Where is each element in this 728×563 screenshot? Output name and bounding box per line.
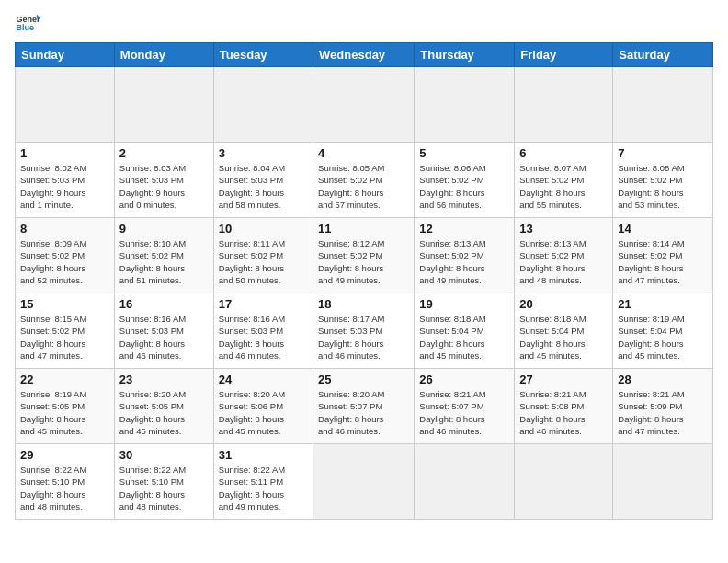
day-detail: Sunrise: 8:14 AM Sunset: 5:02 PM Dayligh…	[618, 237, 708, 286]
day-cell: 13Sunrise: 8:13 AM Sunset: 5:02 PM Dayli…	[515, 218, 613, 293]
day-number: 5	[419, 146, 509, 160]
day-cell	[313, 67, 415, 143]
day-detail: Sunrise: 8:07 AM Sunset: 5:02 PM Dayligh…	[519, 162, 608, 211]
page-header: General Blue	[15, 9, 713, 35]
day-detail: Sunrise: 8:06 AM Sunset: 5:02 PM Dayligh…	[419, 162, 509, 211]
day-cell: 2Sunrise: 8:03 AM Sunset: 5:03 PM Daylig…	[114, 143, 213, 218]
day-cell: 26Sunrise: 8:21 AM Sunset: 5:07 PM Dayli…	[415, 369, 515, 444]
day-cell: 3Sunrise: 8:04 AM Sunset: 5:03 PM Daylig…	[213, 143, 313, 218]
day-cell: 30Sunrise: 8:22 AM Sunset: 5:10 PM Dayli…	[114, 444, 213, 520]
week-row-3: 15Sunrise: 8:15 AM Sunset: 5:02 PM Dayli…	[16, 293, 713, 369]
day-number: 4	[318, 146, 409, 160]
col-header-monday: Monday	[114, 43, 213, 67]
day-detail: Sunrise: 8:16 AM Sunset: 5:03 PM Dayligh…	[219, 313, 308, 362]
day-number: 24	[219, 373, 308, 386]
day-number: 8	[20, 222, 109, 236]
calendar-table: SundayMondayTuesdayWednesdayThursdayFrid…	[15, 42, 713, 520]
day-cell	[515, 67, 613, 143]
day-cell	[313, 444, 415, 520]
day-cell: 25Sunrise: 8:20 AM Sunset: 5:07 PM Dayli…	[313, 369, 415, 444]
col-header-sunday: Sunday	[16, 43, 115, 67]
day-detail: Sunrise: 8:20 AM Sunset: 5:05 PM Dayligh…	[119, 388, 209, 437]
day-number: 30	[119, 448, 209, 462]
day-cell: 8Sunrise: 8:09 AM Sunset: 5:02 PM Daylig…	[16, 218, 115, 293]
day-detail: Sunrise: 8:20 AM Sunset: 5:07 PM Dayligh…	[318, 388, 409, 437]
col-header-thursday: Thursday	[415, 43, 515, 67]
day-detail: Sunrise: 8:13 AM Sunset: 5:02 PM Dayligh…	[419, 237, 509, 286]
day-cell: 22Sunrise: 8:19 AM Sunset: 5:05 PM Dayli…	[16, 369, 115, 444]
logo-icon: General Blue	[15, 9, 40, 35]
day-detail: Sunrise: 8:12 AM Sunset: 5:02 PM Dayligh…	[318, 237, 409, 286]
day-detail: Sunrise: 8:10 AM Sunset: 5:02 PM Dayligh…	[119, 237, 209, 286]
day-number: 25	[318, 373, 409, 386]
day-number: 9	[119, 222, 209, 236]
svg-text:Blue: Blue	[16, 23, 34, 32]
day-number: 23	[119, 373, 209, 386]
day-cell	[114, 67, 213, 143]
col-header-tuesday: Tuesday	[213, 43, 313, 67]
week-row-0	[16, 67, 713, 143]
day-number: 12	[419, 222, 509, 236]
day-detail: Sunrise: 8:08 AM Sunset: 5:02 PM Dayligh…	[618, 162, 708, 211]
day-cell: 11Sunrise: 8:12 AM Sunset: 5:02 PM Dayli…	[313, 218, 415, 293]
day-detail: Sunrise: 8:18 AM Sunset: 5:04 PM Dayligh…	[519, 313, 608, 362]
day-detail: Sunrise: 8:21 AM Sunset: 5:09 PM Dayligh…	[618, 388, 708, 437]
day-cell: 23Sunrise: 8:20 AM Sunset: 5:05 PM Dayli…	[114, 369, 213, 444]
day-detail: Sunrise: 8:02 AM Sunset: 5:03 PM Dayligh…	[20, 162, 109, 211]
day-cell: 9Sunrise: 8:10 AM Sunset: 5:02 PM Daylig…	[114, 218, 213, 293]
logo: General Blue	[15, 9, 44, 35]
day-cell	[515, 444, 613, 520]
day-detail: Sunrise: 8:09 AM Sunset: 5:02 PM Dayligh…	[20, 237, 109, 286]
day-number: 1	[20, 146, 109, 160]
day-cell	[16, 67, 115, 143]
day-detail: Sunrise: 8:19 AM Sunset: 5:04 PM Dayligh…	[618, 313, 708, 362]
day-number: 3	[219, 146, 308, 160]
day-detail: Sunrise: 8:13 AM Sunset: 5:02 PM Dayligh…	[519, 237, 608, 286]
week-row-4: 22Sunrise: 8:19 AM Sunset: 5:05 PM Dayli…	[16, 369, 713, 444]
day-number: 7	[618, 146, 708, 160]
day-detail: Sunrise: 8:22 AM Sunset: 5:10 PM Dayligh…	[119, 464, 209, 512]
day-detail: Sunrise: 8:15 AM Sunset: 5:02 PM Dayligh…	[20, 313, 109, 362]
day-number: 19	[419, 297, 509, 311]
day-detail: Sunrise: 8:20 AM Sunset: 5:06 PM Dayligh…	[219, 388, 308, 437]
day-detail: Sunrise: 8:21 AM Sunset: 5:07 PM Dayligh…	[419, 388, 509, 437]
day-cell	[415, 444, 515, 520]
day-number: 26	[419, 373, 509, 386]
day-detail: Sunrise: 8:22 AM Sunset: 5:11 PM Dayligh…	[219, 464, 308, 512]
day-cell: 24Sunrise: 8:20 AM Sunset: 5:06 PM Dayli…	[213, 369, 313, 444]
week-row-2: 8Sunrise: 8:09 AM Sunset: 5:02 PM Daylig…	[16, 218, 713, 293]
day-number: 16	[119, 297, 209, 311]
page-container: General Blue SundayMondayTuesdayWednesda…	[0, 0, 728, 529]
day-cell: 31Sunrise: 8:22 AM Sunset: 5:11 PM Dayli…	[213, 444, 313, 520]
day-number: 20	[519, 297, 608, 311]
day-cell: 6Sunrise: 8:07 AM Sunset: 5:02 PM Daylig…	[515, 143, 613, 218]
day-detail: Sunrise: 8:16 AM Sunset: 5:03 PM Dayligh…	[119, 313, 209, 362]
day-detail: Sunrise: 8:21 AM Sunset: 5:08 PM Dayligh…	[519, 388, 608, 437]
day-detail: Sunrise: 8:18 AM Sunset: 5:04 PM Dayligh…	[419, 313, 509, 362]
day-cell: 16Sunrise: 8:16 AM Sunset: 5:03 PM Dayli…	[114, 293, 213, 369]
day-cell: 29Sunrise: 8:22 AM Sunset: 5:10 PM Dayli…	[16, 444, 115, 520]
day-number: 18	[318, 297, 409, 311]
week-row-1: 1Sunrise: 8:02 AM Sunset: 5:03 PM Daylig…	[16, 143, 713, 218]
day-cell: 20Sunrise: 8:18 AM Sunset: 5:04 PM Dayli…	[515, 293, 613, 369]
day-cell: 7Sunrise: 8:08 AM Sunset: 5:02 PM Daylig…	[613, 143, 713, 218]
day-number: 17	[219, 297, 308, 311]
week-row-5: 29Sunrise: 8:22 AM Sunset: 5:10 PM Dayli…	[16, 444, 713, 520]
day-detail: Sunrise: 8:19 AM Sunset: 5:05 PM Dayligh…	[20, 388, 109, 437]
day-number: 10	[219, 222, 308, 236]
day-number: 27	[519, 373, 608, 386]
day-cell: 4Sunrise: 8:05 AM Sunset: 5:02 PM Daylig…	[313, 143, 415, 218]
day-number: 6	[519, 146, 608, 160]
day-cell: 5Sunrise: 8:06 AM Sunset: 5:02 PM Daylig…	[415, 143, 515, 218]
day-detail: Sunrise: 8:17 AM Sunset: 5:03 PM Dayligh…	[318, 313, 409, 362]
day-number: 22	[20, 373, 109, 386]
day-cell: 18Sunrise: 8:17 AM Sunset: 5:03 PM Dayli…	[313, 293, 415, 369]
day-cell: 14Sunrise: 8:14 AM Sunset: 5:02 PM Dayli…	[613, 218, 713, 293]
col-header-saturday: Saturday	[613, 43, 713, 67]
header-row: SundayMondayTuesdayWednesdayThursdayFrid…	[16, 43, 713, 67]
day-number: 13	[519, 222, 608, 236]
day-detail: Sunrise: 8:05 AM Sunset: 5:02 PM Dayligh…	[318, 162, 409, 211]
day-number: 2	[119, 146, 209, 160]
day-number: 15	[20, 297, 109, 311]
day-cell: 27Sunrise: 8:21 AM Sunset: 5:08 PM Dayli…	[515, 369, 613, 444]
